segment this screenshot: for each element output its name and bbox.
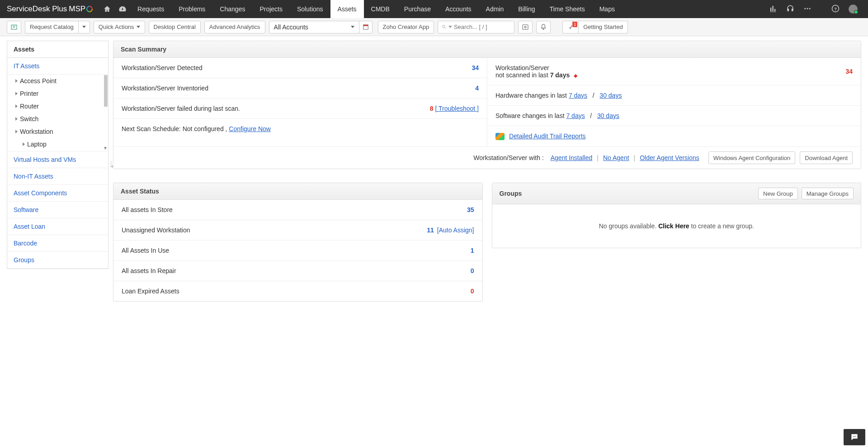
topnav-item-maps[interactable]: Maps bbox=[592, 0, 622, 18]
tree-item-access-point[interactable]: Access Point bbox=[7, 75, 108, 87]
not-scanned-count[interactable]: 34 bbox=[845, 68, 853, 75]
scan-row-value[interactable]: 8 [ Troubleshoot ] bbox=[430, 105, 479, 112]
auto-assign-link[interactable]: [Auto Assign] bbox=[435, 226, 474, 234]
topnav-item-assets[interactable]: Assets bbox=[330, 0, 364, 18]
quick-actions-label: Quick Actions bbox=[99, 24, 134, 30]
sidebar-section-asset-loan[interactable]: Asset Loan bbox=[7, 218, 108, 235]
it-asset-tree: Access PointPrinterRouterSwitchWorkstati… bbox=[7, 75, 108, 151]
home-icon[interactable] bbox=[99, 0, 115, 18]
older-agent-link[interactable]: Older Agent Versions bbox=[640, 154, 699, 161]
topnav-items: RequestsProblemsChangesProjectsSolutions… bbox=[130, 0, 622, 18]
scan-row: Workstation/Server Inventoried4 bbox=[113, 78, 487, 99]
not-scanned-days: 7 days bbox=[550, 71, 570, 79]
pin-icon-button[interactable]: 1 bbox=[562, 21, 579, 33]
scrollbar-thumb[interactable] bbox=[104, 75, 108, 107]
download-agent-button[interactable]: Download Agent bbox=[800, 151, 853, 164]
sw-7days-link[interactable]: 7 days bbox=[566, 112, 585, 119]
account-select-value: All Accounts bbox=[274, 24, 308, 31]
account-select[interactable]: All Accounts bbox=[269, 21, 359, 33]
configure-now-link[interactable]: Configure Now bbox=[229, 125, 271, 132]
more-menu-icon[interactable] bbox=[800, 1, 815, 18]
headset-support-icon[interactable] bbox=[783, 1, 798, 18]
sidebar-section-virtual-hosts[interactable]: Virtual Hosts and VMs bbox=[7, 151, 108, 168]
hw-7days-link[interactable]: 7 days bbox=[569, 92, 587, 99]
scan-row-value[interactable]: 34 bbox=[472, 64, 479, 71]
topnav-item-accounts[interactable]: Accounts bbox=[438, 0, 479, 18]
separator: | bbox=[634, 154, 636, 161]
desktop-central-button[interactable]: Desktop Central bbox=[149, 21, 201, 33]
scan-row: Workstation/Server failed during last sc… bbox=[113, 99, 487, 119]
sort-toggle-icon[interactable]: ◆ bbox=[574, 73, 577, 78]
tree-item-switch[interactable]: Switch bbox=[7, 113, 108, 125]
tree-item-label: Switch bbox=[20, 115, 38, 123]
topnav-item-requests[interactable]: Requests bbox=[130, 0, 171, 18]
sidebar-section-non-it-assets[interactable]: Non-IT Assets bbox=[7, 168, 108, 185]
groups-empty-pre: No groups available. bbox=[599, 222, 659, 230]
search-icon bbox=[442, 24, 447, 30]
detailed-audit-reports-link[interactable]: Detailed Audit Trail Reports bbox=[509, 132, 586, 140]
pin-badge-count: 1 bbox=[572, 21, 578, 28]
sidebar-section-software[interactable]: Software bbox=[7, 202, 108, 218]
chevron-down-icon bbox=[448, 26, 452, 28]
asset-status-value-wrap: 1 bbox=[471, 247, 474, 254]
hw-30days-link[interactable]: 30 days bbox=[599, 92, 622, 99]
sidebar-section-asset-components[interactable]: Asset Components bbox=[7, 185, 108, 202]
no-agent-link[interactable]: No Agent bbox=[603, 154, 629, 161]
topnav-item-projects[interactable]: Projects bbox=[252, 0, 290, 18]
windows-agent-config-button[interactable]: Windows Agent Configuration bbox=[708, 151, 796, 164]
request-catalog-button[interactable]: Request Catalog bbox=[25, 21, 78, 33]
troubleshoot-link[interactable]: [ Troubleshoot ] bbox=[435, 105, 479, 112]
tree-item-desktop[interactable]: Desktop bbox=[7, 151, 108, 151]
search-input[interactable] bbox=[454, 24, 510, 30]
advanced-analytics-button[interactable]: Advanced Analytics bbox=[204, 21, 265, 33]
sw-30days-link[interactable]: 30 days bbox=[597, 112, 619, 119]
getting-started-button[interactable]: Getting Started bbox=[579, 21, 627, 33]
topnav-item-time-sheets[interactable]: Time Sheets bbox=[542, 0, 592, 18]
next-scan-label: Next Scan Schedule: Not configured , bbox=[122, 125, 229, 132]
tree-item-printer[interactable]: Printer bbox=[7, 87, 108, 100]
reports-chart-icon[interactable] bbox=[765, 1, 781, 18]
tree-expand-icon bbox=[15, 130, 18, 133]
asset-status-label: All assets In Repair bbox=[122, 267, 471, 274]
dashboard-gauge-icon[interactable] bbox=[115, 0, 130, 18]
sidebar-collapse-handle[interactable]: ⦙⦙◂ bbox=[110, 162, 113, 167]
scan-row-value[interactable]: 4 bbox=[475, 85, 479, 92]
new-group-button[interactable]: New Group bbox=[758, 188, 798, 199]
agent-installed-link[interactable]: Agent Installed bbox=[551, 154, 593, 161]
notifications-icon-button[interactable] bbox=[536, 21, 551, 33]
new-request-icon-button[interactable] bbox=[7, 21, 21, 33]
app-logo[interactable]: ServiceDesk Plus MSP bbox=[0, 5, 99, 14]
global-search[interactable] bbox=[438, 21, 514, 33]
tree-item-laptop[interactable]: Laptop bbox=[7, 138, 108, 151]
asset-status-value[interactable]: 35 bbox=[467, 206, 474, 213]
topnav-item-purchase[interactable]: Purchase bbox=[397, 0, 438, 18]
asset-status-value[interactable]: 0 bbox=[471, 267, 474, 274]
scan-barcode-icon-button[interactable] bbox=[518, 21, 533, 33]
svg-text:?: ? bbox=[834, 6, 837, 11]
groups-click-here[interactable]: Click Here bbox=[658, 222, 689, 230]
topnav-item-billing[interactable]: Billing bbox=[511, 0, 542, 18]
sidebar-section-barcode[interactable]: Barcode bbox=[7, 235, 108, 252]
chevron-down-icon bbox=[351, 26, 354, 28]
sidebar-section-groups[interactable]: Groups bbox=[7, 252, 108, 269]
asset-status-value[interactable]: 1 bbox=[471, 247, 474, 254]
asset-status-value[interactable]: 0 bbox=[471, 288, 474, 295]
zoho-creator-button[interactable]: Zoho Creator App bbox=[378, 21, 434, 33]
topnav-item-solutions[interactable]: Solutions bbox=[290, 0, 330, 18]
request-catalog-dropdown[interactable]: Request Catalog bbox=[25, 21, 90, 33]
sidebar-section-it-assets[interactable]: IT Assets bbox=[7, 58, 108, 75]
tree-item-router[interactable]: Router bbox=[7, 100, 108, 113]
asset-status-value[interactable]: 11 bbox=[427, 226, 434, 234]
topnav-item-changes[interactable]: Changes bbox=[212, 0, 252, 18]
quick-actions-dropdown[interactable]: Quick Actions bbox=[94, 21, 145, 33]
topnav-item-problems[interactable]: Problems bbox=[171, 0, 212, 18]
scroll-down-arrow[interactable]: ▼ bbox=[103, 146, 108, 151]
request-catalog-caret[interactable] bbox=[78, 21, 90, 33]
manage-groups-button[interactable]: Manage Groups bbox=[802, 188, 854, 199]
topnav-item-admin[interactable]: Admin bbox=[479, 0, 511, 18]
help-icon[interactable]: ? bbox=[828, 1, 843, 18]
topnav-item-cmdb[interactable]: CMDB bbox=[364, 0, 397, 18]
user-menu[interactable] bbox=[845, 1, 861, 17]
account-picker-icon-button[interactable] bbox=[359, 21, 373, 33]
tree-item-workstation[interactable]: Workstation bbox=[7, 125, 108, 138]
